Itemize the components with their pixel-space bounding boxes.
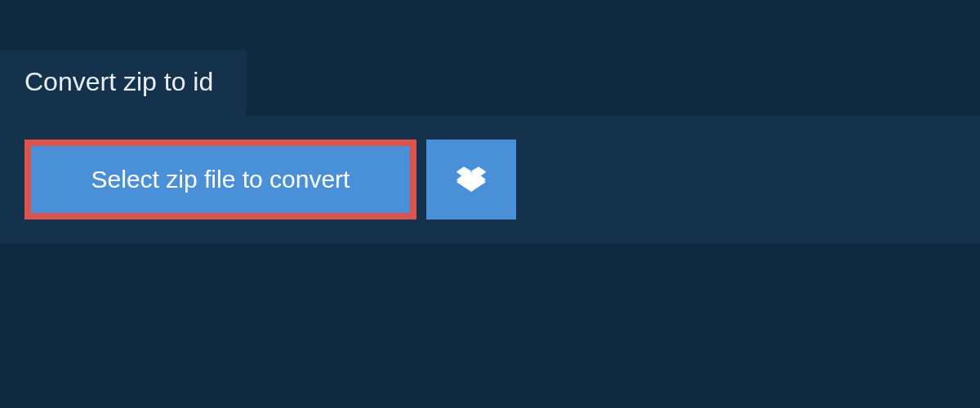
select-file-button[interactable]: Select zip file to convert	[24, 140, 416, 220]
tab-header: Convert zip to id	[0, 51, 246, 115]
converter-panel: Select zip file to convert	[0, 115, 980, 244]
button-row: Select zip file to convert	[24, 140, 956, 220]
dropbox-button[interactable]	[426, 140, 516, 220]
dropbox-icon	[457, 165, 486, 194]
tab-label: Convert zip to id	[24, 67, 213, 97]
select-file-label: Select zip file to convert	[91, 166, 350, 193]
